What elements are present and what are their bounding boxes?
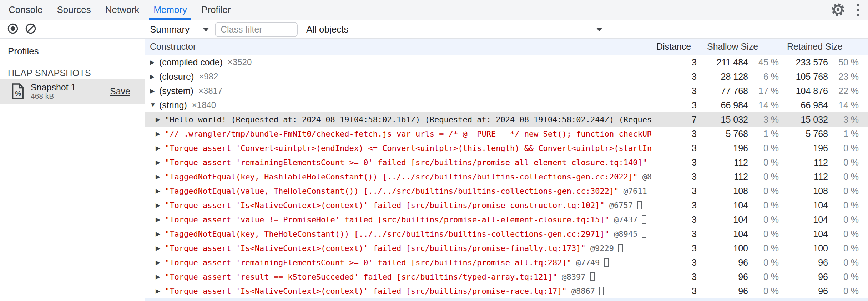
class-filter-input[interactable]: [215, 22, 298, 37]
perspective-select-value: Summary: [150, 24, 190, 35]
column-header-distance[interactable]: Distance: [651, 39, 702, 55]
constructor-cell: ▶"TaggedNotEqual(key, HashTableHoleConst…: [145, 169, 651, 184]
constructor-name: "Torque assert 'result == kStoreSucceded…: [165, 272, 557, 281]
expand-arrow-icon[interactable]: ▶: [150, 73, 159, 80]
expand-arrow-icon[interactable]: ▶: [156, 259, 165, 266]
object-id: @7611: [624, 187, 647, 196]
expand-arrow-icon[interactable]: ▶: [150, 87, 159, 95]
size-value: 112: [782, 157, 828, 168]
base-snapshot-select[interactable]: All objects: [306, 20, 602, 39]
size-percent: 0 %: [828, 172, 859, 182]
tab-network[interactable]: Network: [98, 0, 146, 20]
expand-arrow-icon[interactable]: ▶: [156, 216, 165, 223]
size-percent: 0 %: [828, 186, 859, 196]
expand-arrow-icon[interactable]: ▶: [156, 173, 165, 181]
constructor-name: (compiled code): [159, 57, 223, 68]
distance-cell: 7: [651, 112, 702, 127]
size-percent: 23 %: [828, 71, 859, 82]
heap-category-row[interactable]: ▶(system)×3817377 76817 %104 87622 %: [145, 84, 868, 98]
kebab-menu-icon: [857, 4, 859, 16]
heap-string-row[interactable]: ▶"Torque assert 'result == kStoreSuccede…: [145, 270, 868, 284]
size-value: 108: [782, 186, 828, 196]
devtools-tabbar: ConsoleSourcesNetworkMemoryProfiler: [0, 0, 868, 20]
save-snapshot-link[interactable]: Save: [110, 86, 130, 97]
size-value: 112: [782, 172, 828, 182]
heap-string-row[interactable]: ▶"Hello world! (Requested at: 2024-08-19…: [145, 112, 868, 127]
chevron-down-icon: [596, 28, 602, 31]
retained-size-cell: 233 57650 %: [782, 55, 868, 69]
heap-category-row[interactable]: ▶(compiled code)×35203211 48445 %233 576…: [145, 55, 868, 69]
heap-category-row[interactable]: ▼(string)×1840366 98414 %66 98414 %: [145, 98, 868, 112]
instance-count: ×1840: [192, 100, 216, 110]
expand-arrow-icon[interactable]: ▶: [156, 245, 165, 252]
size-percent: 0 %: [748, 172, 779, 182]
expand-arrow-icon[interactable]: ▶: [156, 187, 165, 195]
more-options-button[interactable]: [848, 0, 868, 20]
expand-arrow-icon[interactable]: ▶: [156, 287, 165, 295]
column-header-constructor[interactable]: Constructor: [145, 39, 651, 55]
size-percent: 0 %: [828, 286, 859, 296]
shallow-size-cell: 1080 %: [702, 184, 782, 198]
tab-sources[interactable]: Sources: [50, 0, 98, 20]
tab-memory[interactable]: Memory: [146, 0, 194, 20]
heap-string-row[interactable]: ▶"TaggedNotEqual(key, TheHoleConstant())…: [145, 227, 868, 241]
expand-arrow-icon[interactable]: ▶: [156, 273, 165, 281]
constructor-name: "TaggedNotEqual(value, TheHoleConstant()…: [165, 187, 619, 196]
heap-string-row[interactable]: ▶"Torque assert 'Convert<uintptr>(endInd…: [145, 141, 868, 155]
tab-console[interactable]: Console: [1, 0, 50, 20]
size-value: 100: [782, 243, 828, 253]
constructor-cell: ▶"TaggedNotEqual(key, TheHoleConstant())…: [145, 227, 651, 241]
shallow-size-cell: 28 1286 %: [702, 69, 782, 84]
expand-arrow-icon[interactable]: ▶: [156, 159, 165, 166]
clear-all-profiles-button[interactable]: [23, 21, 39, 37]
profiles-toolbar: [0, 20, 145, 38]
size-value: 96: [782, 257, 828, 268]
devtools-memory-panel: ConsoleSourcesNetworkMemoryProfiler: [0, 0, 868, 301]
size-percent: 22 %: [828, 86, 859, 96]
heap-string-row[interactable]: ▶"Torque assert 'remainingElementsCount …: [145, 255, 868, 270]
heap-string-row[interactable]: ▶"Torque assert 'Is<NativeContext>(conte…: [145, 198, 868, 212]
heap-string-row[interactable]: ▶"Torque assert 'value != PromiseHole' f…: [145, 212, 868, 227]
heap-string-row[interactable]: ▶"// .wrangler/tmp/bundle-FmNIt0/checked…: [145, 127, 868, 141]
take-heap-snapshot-button[interactable]: [5, 21, 21, 37]
constructor-cell: ▶(compiled code)×3520: [145, 55, 651, 69]
perspective-select[interactable]: Summary: [150, 20, 214, 39]
distance-cell: 3: [651, 141, 702, 155]
size-value: 108: [702, 186, 748, 196]
size-percent: 0 %: [748, 200, 779, 211]
shallow-size-cell: 960 %: [702, 284, 782, 298]
constructor-name: "Torque assert 'value != PromiseHole' fa…: [165, 215, 609, 224]
collapse-arrow-icon[interactable]: ▼: [150, 102, 159, 109]
expand-arrow-icon[interactable]: ▶: [156, 144, 165, 152]
column-header-shallow-size[interactable]: Shallow Size: [702, 39, 782, 55]
heap-string-row[interactable]: ▶"Torque assert 'Is<NativeContext>(conte…: [145, 284, 868, 298]
size-percent: 0 %: [748, 214, 779, 225]
size-value: 5 768: [782, 129, 828, 139]
heap-category-row[interactable]: ▶(closure)×982328 1286 %105 76823 %: [145, 69, 868, 84]
size-value: 15 032: [702, 114, 748, 125]
constructor-cell: ▶"Torque assert 'Is<NativeContext>(conte…: [145, 284, 651, 298]
heap-string-row[interactable]: ▶"Torque assert 'remainingElementsCount …: [145, 155, 868, 169]
expand-arrow-icon[interactable]: ▶: [156, 230, 165, 238]
column-header-retained-size[interactable]: Retained Size: [782, 39, 868, 55]
expand-arrow-icon[interactable]: ▶: [156, 202, 165, 209]
distance-cell: 3: [651, 169, 702, 184]
size-percent: 14 %: [748, 100, 779, 110]
constructor-cell: ▶(closure)×982: [145, 69, 651, 84]
constructor-cell: ▶"TaggedNotEqual(value, TheHoleConstant(…: [145, 184, 651, 198]
object-id: @8: [642, 172, 651, 181]
settings-button[interactable]: [828, 0, 848, 20]
heap-string-row[interactable]: ▶"TaggedNotEqual(key, HashTableHoleConst…: [145, 169, 868, 184]
tab-profiler[interactable]: Profiler: [194, 0, 238, 20]
retained-size-cell: 1960 %: [782, 141, 868, 155]
expand-arrow-icon[interactable]: ▶: [156, 130, 165, 138]
heap-string-row[interactable]: ▶"Torque assert 'Is<NativeContext>(conte…: [145, 241, 868, 255]
size-value: 96: [782, 272, 828, 282]
heap-snapshot-grid: Constructor Distance Shallow Size Retain…: [145, 39, 868, 301]
expand-arrow-icon[interactable]: ▶: [150, 59, 159, 66]
constructor-cell: ▶"Torque assert 'value != PromiseHole' f…: [145, 212, 651, 227]
expand-arrow-icon[interactable]: ▶: [156, 116, 165, 123]
snapshot-item[interactable]: % Snapshot 1 468 kB Save: [0, 79, 145, 104]
heap-string-row[interactable]: ▶"TaggedNotEqual(value, TheHoleConstant(…: [145, 184, 868, 198]
retained-size-cell: 960 %: [782, 284, 868, 298]
